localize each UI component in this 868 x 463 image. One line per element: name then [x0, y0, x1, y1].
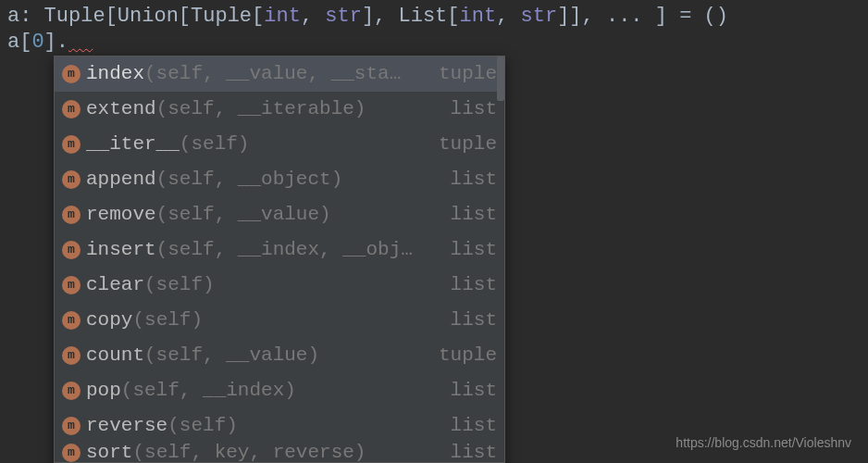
scrollbar-thumb[interactable]: [497, 56, 504, 101]
completion-item[interactable]: mindex(self, __value, __sta…tuple: [55, 56, 504, 92]
method-params: (self, __value, __sta…: [144, 63, 401, 84]
method-icon: m: [62, 100, 81, 119]
method-signature: __iter__(self): [86, 129, 428, 160]
method-signature: extend(self, __iterable): [86, 94, 440, 125]
completion-list[interactable]: mindex(self, __value, __sta…tuplemextend…: [55, 56, 504, 462]
method-type: tuple: [428, 129, 497, 160]
method-signature: append(self, __object): [86, 164, 440, 195]
method-signature: copy(self): [86, 305, 440, 336]
completion-item[interactable]: msort(self, key, reverse)list: [55, 444, 504, 462]
completion-item[interactable]: mcount(self, __value)tuple: [55, 338, 504, 373]
method-params: (self, __object): [156, 169, 343, 190]
method-icon: m: [62, 382, 81, 400]
method-params: (self, __value): [144, 344, 319, 366]
method-name: index: [86, 63, 144, 84]
code-editor[interactable]: a: Tuple[Union[Tuple[int, str], List[int…: [0, 0, 868, 59]
method-icon: m: [62, 417, 81, 435]
method-params: (self, key, reverse): [132, 444, 366, 462]
method-icon: m: [62, 65, 81, 83]
completion-item[interactable]: mreverse(self)list: [55, 408, 504, 444]
completion-item[interactable]: mremove(self, __value)list: [55, 197, 504, 232]
method-icon: m: [62, 135, 81, 154]
method-icon: m: [62, 346, 81, 365]
method-type: list: [440, 444, 497, 462]
method-name: insert: [86, 239, 156, 260]
completion-item[interactable]: minsert(self, __index, __obj…list: [55, 232, 504, 268]
method-params: (self, __value): [156, 204, 331, 225]
method-name: reverse: [86, 415, 167, 436]
method-params: (self): [180, 133, 250, 155]
method-type: list: [440, 305, 497, 336]
method-params: (self): [132, 309, 203, 331]
method-type: list: [440, 164, 497, 195]
completion-item[interactable]: mpop(self, __index)list: [55, 373, 504, 408]
error-squiggle: [68, 31, 93, 54]
method-signature: reverse(self): [86, 410, 440, 442]
method-icon: m: [62, 311, 81, 330]
method-name: copy: [86, 309, 132, 331]
method-signature: remove(self, __value): [86, 199, 440, 231]
completion-item[interactable]: mextend(self, __iterable)list: [55, 92, 504, 127]
method-params: (self, __index): [121, 380, 296, 401]
watermark: https://blog.csdn.net/Violeshnv: [676, 435, 851, 450]
method-signature: insert(self, __index, __obj…: [86, 234, 440, 266]
code-line-2[interactable]: a[0].: [7, 30, 861, 56]
method-params: (self, __iterable): [156, 98, 366, 119]
method-signature: sort(self, key, reverse): [86, 444, 440, 462]
method-icon: m: [62, 241, 81, 259]
method-type: list: [440, 269, 497, 301]
method-name: extend: [86, 98, 156, 119]
method-icon: m: [62, 170, 81, 189]
completion-popup[interactable]: mindex(self, __value, __sta…tuplemextend…: [54, 56, 505, 463]
method-type: list: [440, 199, 497, 231]
completion-item[interactable]: mappend(self, __object)list: [55, 162, 504, 197]
completion-item[interactable]: mclear(self)list: [55, 268, 504, 303]
method-name: count: [86, 344, 144, 366]
method-signature: pop(self, __index): [86, 375, 440, 407]
method-signature: clear(self): [86, 269, 440, 301]
code-line-1[interactable]: a: Tuple[Union[Tuple[int, str], List[int…: [7, 4, 861, 30]
method-params: (self): [144, 274, 215, 295]
method-icon: m: [62, 444, 81, 462]
method-type: tuple: [428, 340, 497, 371]
method-params: (self, __index, __obj…: [156, 239, 413, 260]
method-params: (self): [167, 415, 238, 436]
completion-item[interactable]: m__iter__(self)tuple: [55, 127, 504, 162]
method-type: list: [440, 375, 497, 407]
method-icon: m: [62, 206, 81, 224]
method-name: remove: [86, 204, 156, 225]
method-name: __iter__: [86, 133, 180, 155]
method-type: list: [440, 94, 497, 125]
method-type: list: [440, 410, 497, 442]
method-type: list: [440, 234, 497, 266]
method-name: clear: [86, 274, 144, 295]
method-name: pop: [86, 380, 121, 401]
method-icon: m: [62, 276, 81, 294]
method-type: tuple: [428, 58, 497, 90]
method-name: append: [86, 169, 156, 190]
method-signature: count(self, __value): [86, 340, 428, 371]
method-name: sort: [86, 444, 132, 462]
method-signature: index(self, __value, __sta…: [86, 58, 428, 90]
completion-item[interactable]: mcopy(self)list: [55, 303, 504, 338]
